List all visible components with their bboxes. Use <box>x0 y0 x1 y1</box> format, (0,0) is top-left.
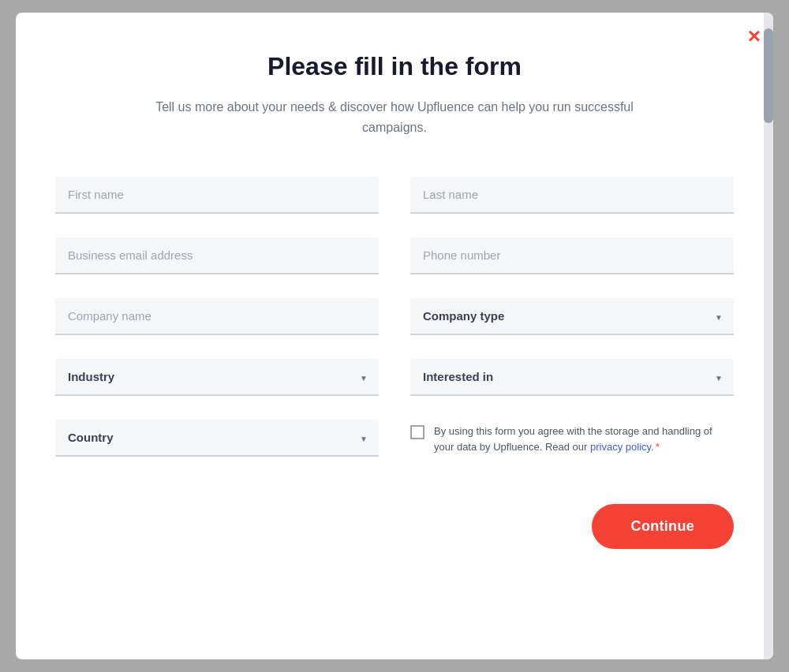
privacy-policy-link[interactable]: privacy policy <box>590 441 651 453</box>
close-button[interactable]: × <box>748 25 761 47</box>
company-type-select[interactable]: Company type <box>410 298 734 335</box>
company-type-field: Company type <box>410 298 734 335</box>
last-name-input[interactable] <box>410 177 734 214</box>
interested-in-select[interactable]: Interested in <box>410 359 734 396</box>
close-icon: × <box>748 24 761 48</box>
modal-title: Please fill in the form <box>55 52 734 81</box>
interested-in-wrapper: Interested in <box>410 359 734 396</box>
country-select[interactable]: Country <box>55 420 379 457</box>
email-input[interactable] <box>55 237 379 274</box>
scrollbar-thumb <box>764 28 773 123</box>
continue-button[interactable]: Continue <box>592 504 734 549</box>
bottom-row: Country By using this form you agree wit… <box>55 420 734 480</box>
checkbox-text: By using this form you agree with the st… <box>434 425 712 453</box>
form-grid: Company type Industry Interested in <box>55 177 734 420</box>
first-name-field <box>55 177 379 214</box>
interested-in-field: Interested in <box>410 359 734 396</box>
privacy-checkbox[interactable] <box>410 425 424 439</box>
modal-subtitle: Tell us more about your needs & discover… <box>126 97 663 137</box>
modal-overlay: × Please fill in the form Tell us more a… <box>0 0 789 672</box>
country-wrapper: Country <box>55 420 379 457</box>
privacy-field: By using this form you agree with the st… <box>410 420 734 454</box>
continue-btn-wrapper: Continue <box>55 504 734 549</box>
phone-input[interactable] <box>410 237 734 274</box>
company-type-wrapper: Company type <box>410 298 734 335</box>
company-name-input[interactable] <box>55 298 379 335</box>
last-name-field <box>410 177 734 214</box>
modal-container: × Please fill in the form Tell us more a… <box>16 13 773 659</box>
required-marker: * <box>656 441 660 453</box>
email-field <box>55 237 379 274</box>
industry-field: Industry <box>55 359 379 396</box>
checkbox-section: By using this form you agree with the st… <box>410 424 734 454</box>
industry-select[interactable]: Industry <box>55 359 379 396</box>
phone-field <box>410 237 734 274</box>
country-field: Country <box>55 420 379 457</box>
industry-wrapper: Industry <box>55 359 379 396</box>
scrollbar[interactable] <box>764 13 773 659</box>
first-name-input[interactable] <box>55 177 379 214</box>
privacy-label: By using this form you agree with the st… <box>434 424 734 454</box>
company-name-field <box>55 298 379 335</box>
